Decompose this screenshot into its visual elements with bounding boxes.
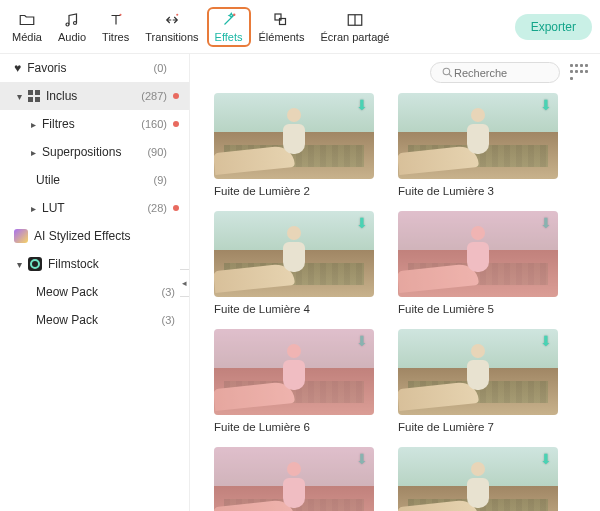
tab-elements[interactable]: Éléments <box>251 7 313 47</box>
svg-point-3 <box>176 13 178 15</box>
content-area: ⬇Fuite de Lumière 2⬇Fuite de Lumière 3⬇F… <box>190 54 600 511</box>
tab-label: Transitions <box>145 31 198 43</box>
status-dot <box>173 65 179 71</box>
effect-thumbnail[interactable]: ⬇ <box>398 93 558 179</box>
sidebar-label: LUT <box>42 201 147 215</box>
download-icon[interactable]: ⬇ <box>540 451 552 467</box>
effect-label: Fuite de Lumière 7 <box>398 421 558 433</box>
effect-card[interactable]: ⬇Fuite de Lumière 8 <box>214 447 374 511</box>
chevron-down-icon: ▾ <box>14 259 24 270</box>
effect-thumbnail[interactable]: ⬇ <box>398 211 558 297</box>
sidebar-count: (9) <box>154 174 167 186</box>
sidebar-item-filtres[interactable]: ▸ Filtres (160) <box>0 110 189 138</box>
svg-point-1 <box>74 21 77 24</box>
folder-icon <box>17 11 37 29</box>
effect-card[interactable]: ⬇Fuite de Lumière 4 <box>214 211 374 315</box>
tab-titles[interactable]: Titres <box>94 7 137 47</box>
sidebar-count: (3) <box>162 286 175 298</box>
chevron-right-icon: ▸ <box>28 203 38 214</box>
svg-point-2 <box>119 13 121 15</box>
sidebar: Favoris (0) ▾ Inclus (287) ▸ Filtres (16… <box>0 54 190 511</box>
sidebar-label: Filtres <box>42 117 141 131</box>
music-icon <box>62 11 82 29</box>
chevron-right-icon: ▸ <box>28 147 38 158</box>
top-toolbar: Média Audio Titres Transitions Effets Él… <box>0 0 600 54</box>
status-dot <box>173 93 179 99</box>
effects-gallery[interactable]: ⬇Fuite de Lumière 2⬇Fuite de Lumière 3⬇F… <box>190 87 600 511</box>
tab-effects[interactable]: Effets <box>207 7 251 47</box>
svg-rect-5 <box>275 14 281 20</box>
search-input[interactable] <box>454 67 544 79</box>
download-icon[interactable]: ⬇ <box>356 451 368 467</box>
sidebar-item-lut[interactable]: ▸ LUT (28) <box>0 194 189 222</box>
download-icon[interactable]: ⬇ <box>356 97 368 113</box>
effect-card[interactable]: ⬇Fuite de Lumière 2 <box>214 93 374 197</box>
sidebar-item-meowpack[interactable]: Meow Pack (3) <box>0 278 189 306</box>
effect-label: Fuite de Lumière 3 <box>398 185 558 197</box>
effect-label: Fuite de Lumière 2 <box>214 185 374 197</box>
sidebar-item-inclus[interactable]: ▾ Inclus (287) <box>0 82 189 110</box>
wand-icon <box>219 11 239 29</box>
sidebar-label: Meow Pack <box>36 313 162 327</box>
download-icon[interactable]: ⬇ <box>540 215 552 231</box>
effect-thumbnail[interactable]: ⬇ <box>398 329 558 415</box>
tab-label: Audio <box>58 31 86 43</box>
svg-point-4 <box>233 13 235 15</box>
sidebar-item-favoris[interactable]: Favoris (0) <box>0 54 189 82</box>
tab-audio[interactable]: Audio <box>50 7 94 47</box>
effect-thumbnail[interactable]: ⬇ <box>214 447 374 511</box>
effect-thumbnail[interactable]: ⬇ <box>214 93 374 179</box>
effect-card[interactable]: ⬇Fuite de Lumière 5 <box>398 211 558 315</box>
effect-thumbnail[interactable]: ⬇ <box>214 211 374 297</box>
main-body: Favoris (0) ▾ Inclus (287) ▸ Filtres (16… <box>0 54 600 511</box>
splitscreen-icon <box>345 11 365 29</box>
export-button[interactable]: Exporter <box>515 14 592 40</box>
download-icon[interactable]: ⬇ <box>540 97 552 113</box>
sidebar-label: Inclus <box>46 89 141 103</box>
sidebar-item-utile[interactable]: Utile (9) <box>0 166 189 194</box>
download-icon[interactable]: ⬇ <box>356 333 368 349</box>
svg-point-8 <box>443 68 450 75</box>
shapes-icon <box>271 11 291 29</box>
layout-grid-toggle[interactable] <box>570 64 588 82</box>
sidebar-label: Favoris <box>27 61 153 75</box>
tab-label: Effets <box>215 31 243 43</box>
chevron-down-icon: ▾ <box>14 91 24 102</box>
tab-strip: Média Audio Titres Transitions Effets Él… <box>4 7 398 47</box>
effect-label: Fuite de Lumière 4 <box>214 303 374 315</box>
effect-card[interactable]: ⬇Fuite de Lumière 7 <box>398 329 558 433</box>
sidebar-item-aistyle[interactable]: AI Stylized Effects <box>0 222 189 250</box>
download-icon[interactable]: ⬇ <box>356 215 368 231</box>
effect-card[interactable]: ⬇Fuite de Lumière 6 <box>214 329 374 433</box>
tab-label: Titres <box>102 31 129 43</box>
sidebar-item-superpositions[interactable]: ▸ Superpositions (90) <box>0 138 189 166</box>
content-toolbar <box>190 54 600 87</box>
sidebar-count: (160) <box>141 118 167 130</box>
search-box[interactable] <box>430 62 560 83</box>
sidebar-count: (3) <box>162 314 175 326</box>
sidebar-item-meowpack[interactable]: Meow Pack (3) <box>0 306 189 334</box>
sidebar-item-filmstock[interactable]: ▾ Filmstock <box>0 250 189 278</box>
status-dot <box>173 149 179 155</box>
svg-point-0 <box>66 23 69 26</box>
sidebar-collapse-handle[interactable]: ◂ <box>180 269 190 297</box>
effect-thumbnail[interactable]: ⬇ <box>214 329 374 415</box>
tab-label: Écran partagé <box>320 31 389 43</box>
sidebar-count: (28) <box>147 202 167 214</box>
sidebar-count: (287) <box>141 90 167 102</box>
transition-icon <box>162 11 182 29</box>
tab-splitscreen[interactable]: Écran partagé <box>312 7 397 47</box>
effect-card[interactable]: ⬇Game of Thrones <box>398 447 558 511</box>
heart-icon <box>14 61 27 75</box>
search-icon <box>441 66 454 79</box>
effect-card[interactable]: ⬇Fuite de Lumière 3 <box>398 93 558 197</box>
sidebar-label: Superpositions <box>42 145 147 159</box>
tab-media[interactable]: Média <box>4 7 50 47</box>
sidebar-label: Utile <box>36 173 154 187</box>
svg-rect-6 <box>280 18 286 24</box>
tab-transitions[interactable]: Transitions <box>137 7 206 47</box>
ai-icon <box>14 229 28 243</box>
effect-thumbnail[interactable]: ⬇ <box>398 447 558 511</box>
download-icon[interactable]: ⬇ <box>540 333 552 349</box>
sidebar-label: Meow Pack <box>36 285 162 299</box>
